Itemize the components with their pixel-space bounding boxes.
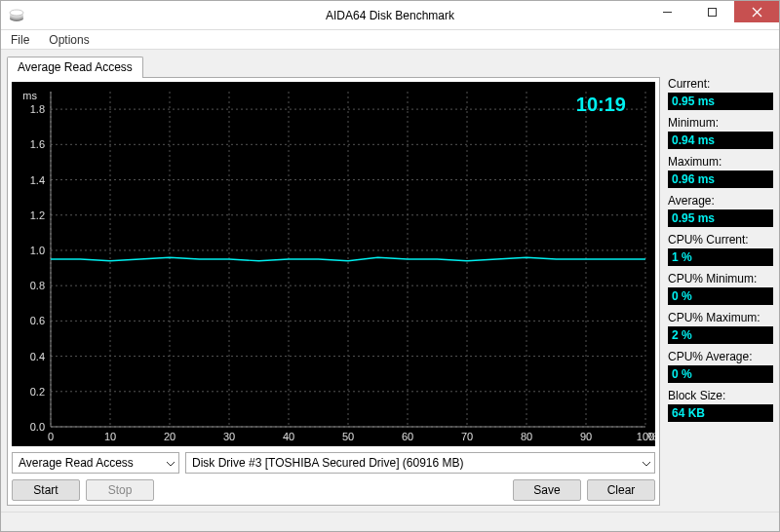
status-bar [1, 512, 779, 531]
svg-text:0.6: 0.6 [30, 315, 45, 326]
tabstrip: Average Read Access [7, 56, 660, 77]
maximize-button[interactable] [689, 1, 734, 22]
svg-text:ms: ms [22, 90, 37, 101]
stat-average-value: 0.95 ms [668, 209, 773, 227]
svg-text:10:19: 10:19 [576, 94, 626, 115]
menubar: File Options [1, 30, 779, 50]
stat-maximum-value: 0.96 ms [668, 171, 773, 188]
chevron-down-icon [643, 456, 650, 470]
stat-cpu-maximum-value: 2 % [668, 326, 773, 344]
tab-panel: 0.00.20.40.60.81.01.21.41.61.80102030405… [7, 77, 660, 506]
svg-text:1.6: 1.6 [30, 138, 45, 150]
svg-text:0.4: 0.4 [30, 351, 45, 362]
stat-cpu-average-value: 0 % [668, 365, 773, 383]
drive-value: Disk Drive #3 [TOSHIBA Secured Drive] (6… [192, 456, 464, 470]
svg-text:0.0: 0.0 [30, 421, 45, 433]
menu-file[interactable]: File [7, 31, 33, 49]
test-type-select[interactable]: Average Read Access [12, 452, 179, 474]
app-icon [9, 8, 24, 23]
svg-point-3 [10, 10, 23, 16]
stat-cpu-current-value: 1 % [668, 248, 773, 266]
svg-text:80: 80 [521, 431, 532, 442]
svg-text:%: % [647, 431, 655, 442]
svg-text:0.8: 0.8 [30, 280, 45, 291]
stat-cpu-average-label: CPU% Average: [668, 350, 773, 363]
stat-average-label: Average: [668, 194, 773, 208]
stat-block-size-value: 64 KB [668, 404, 773, 422]
stat-cpu-minimum-label: CPU% Minimum: [668, 272, 773, 285]
chart-area: 0.00.20.40.60.81.01.21.41.61.80102030405… [12, 82, 655, 446]
stat-current-value: 0.95 ms [668, 93, 773, 110]
drive-select[interactable]: Disk Drive #3 [TOSHIBA Secured Drive] (6… [185, 452, 655, 474]
menu-options[interactable]: Options [45, 31, 93, 49]
test-type-value: Average Read Access [19, 456, 134, 470]
stop-button[interactable]: Stop [86, 479, 154, 501]
svg-text:1.0: 1.0 [30, 245, 45, 256]
svg-text:20: 20 [164, 431, 176, 442]
save-button[interactable]: Save [513, 479, 581, 501]
stat-maximum-label: Maximum: [668, 155, 773, 169]
svg-text:90: 90 [580, 431, 592, 442]
chart-svg: 0.00.20.40.60.81.01.21.41.61.80102030405… [12, 82, 655, 446]
stats-panel: Current: 0.95 ms Minimum: 0.94 ms Maximu… [668, 56, 773, 506]
stat-minimum-label: Minimum: [668, 116, 773, 130]
clear-button[interactable]: Clear [587, 479, 655, 501]
minimize-button[interactable] [644, 1, 689, 22]
titlebar: AIDA64 Disk Benchmark [1, 1, 779, 30]
svg-text:0: 0 [48, 431, 54, 442]
svg-text:70: 70 [461, 431, 473, 442]
svg-text:0.2: 0.2 [30, 386, 45, 398]
svg-text:60: 60 [402, 431, 413, 442]
svg-rect-5 [708, 8, 716, 16]
stat-cpu-current-label: CPU% Current: [668, 233, 773, 247]
svg-text:10: 10 [104, 431, 116, 442]
stat-cpu-minimum-value: 0 % [668, 287, 773, 305]
svg-text:1.4: 1.4 [30, 174, 45, 186]
close-button[interactable] [734, 1, 779, 22]
svg-text:40: 40 [283, 431, 294, 442]
tab-average-read-access[interactable]: Average Read Access [7, 57, 143, 78]
stat-minimum-value: 0.94 ms [668, 132, 773, 149]
svg-text:30: 30 [223, 431, 235, 442]
svg-text:1.8: 1.8 [30, 103, 45, 115]
chevron-down-icon [167, 456, 175, 470]
client-area: Average Read Access 0.00.20.40.60.81.01.… [1, 50, 779, 512]
start-button[interactable]: Start [12, 479, 80, 501]
stat-block-size-label: Block Size: [668, 389, 773, 402]
svg-text:50: 50 [342, 431, 354, 442]
stat-cpu-maximum-label: CPU% Maximum: [668, 311, 773, 324]
stat-current-label: Current: [668, 77, 773, 91]
svg-text:1.2: 1.2 [30, 209, 45, 221]
